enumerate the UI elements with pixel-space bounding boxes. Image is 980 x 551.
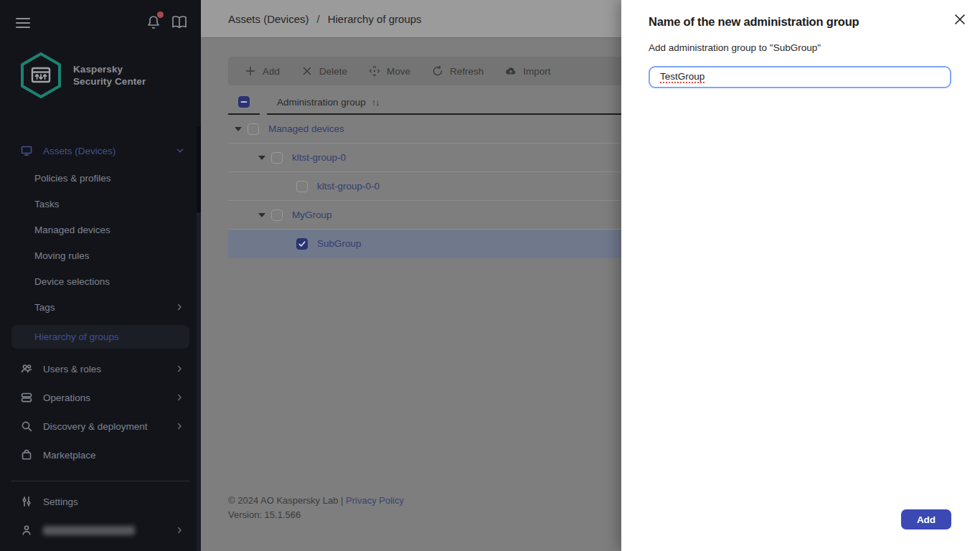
sidebar-item-label: Managed devices (34, 225, 110, 235)
breadcrumb-separator: / (317, 13, 320, 25)
group-link[interactable]: SubGroup (317, 238, 362, 249)
sidebar-item-hierarchy-of-groups[interactable]: Hierarchy of groups (11, 325, 189, 349)
chevron-right-icon (175, 392, 185, 402)
privacy-policy-link[interactable]: Privacy Policy (346, 495, 404, 506)
expand-caret-icon[interactable] (235, 127, 242, 131)
sidebar-item-label: Moving rules (34, 250, 90, 261)
stack-icon (20, 391, 33, 404)
delete-button[interactable]: Delete (291, 57, 358, 85)
bag-icon (20, 448, 33, 461)
footer-separator: | (341, 495, 343, 506)
notifications-bell-icon[interactable] (145, 14, 162, 31)
plus-icon (245, 65, 256, 77)
sidebar-item-policies-profiles[interactable]: Policies & profiles (0, 165, 201, 191)
group-link[interactable]: Managed devices (268, 123, 344, 134)
logo-line2: Security Center (73, 75, 146, 88)
close-icon[interactable] (952, 11, 968, 27)
kaspersky-hexagon-icon (19, 52, 63, 99)
sidebar-item-discovery-deployment[interactable]: Discovery & deployment (0, 412, 201, 441)
x-icon (301, 65, 313, 77)
sidebar-item-managed-devices[interactable]: Managed devices (0, 217, 201, 242)
monitor-icon (20, 144, 33, 157)
sidebar-item-marketplace[interactable]: Marketplace (0, 441, 201, 469)
cloud-upload-icon (505, 65, 517, 77)
sidebar: Kaspersky Security Center Assets (Device… (0, 0, 201, 551)
sidebar-item-user-account[interactable] (0, 516, 201, 545)
users-icon (20, 362, 33, 375)
copyright-text: © 2024 AO Kaspersky Lab (228, 495, 338, 506)
chevron-right-icon (175, 421, 185, 431)
add-button[interactable]: Add (901, 509, 951, 529)
sidebar-item-label: Settings (43, 496, 78, 507)
sidebar-top-icons (145, 14, 188, 31)
toolbar-button-label: Add (263, 66, 280, 77)
row-checkbox[interactable] (271, 209, 283, 221)
sidebar-scrollbar-thumb[interactable] (197, 212, 201, 551)
row-checkbox[interactable] (296, 181, 308, 192)
kaspersky-logo: Kaspersky Security Center (19, 52, 146, 99)
sidebar-footer-menu: Settings (0, 487, 201, 545)
chevron-right-icon (175, 302, 185, 312)
row-checkbox[interactable] (271, 152, 283, 164)
hamburger-menu-icon[interactable] (14, 14, 32, 32)
notification-badge (157, 11, 164, 18)
drawer-subtitle: Add administration group to "SubGroup" (649, 42, 821, 53)
version-text: Version: 15.1.566 (228, 508, 404, 522)
move-icon (369, 65, 380, 77)
move-button[interactable]: Move (358, 57, 421, 85)
new-group-drawer: Name of the new administration group Add… (621, 0, 980, 551)
logo-line1: Kaspersky (73, 63, 146, 75)
refresh-button[interactable]: Refresh (421, 57, 494, 85)
documentation-book-icon[interactable] (171, 14, 188, 31)
chevron-down-icon (175, 146, 185, 156)
group-link[interactable]: kltst-group-0-0 (317, 181, 380, 192)
sidebar-item-label: Users & roles (43, 364, 101, 375)
sliders-icon (20, 495, 33, 508)
group-link[interactable]: kltst-group-0 (292, 152, 346, 163)
row-checkbox[interactable] (296, 238, 308, 250)
expand-caret-icon[interactable] (258, 213, 265, 217)
column-header-administration-group[interactable]: Administration group (277, 97, 366, 108)
sidebar-scrollbar-track[interactable] (197, 126, 201, 212)
sidebar-item-moving-rules[interactable]: Moving rules (0, 242, 201, 268)
refresh-icon (432, 65, 443, 77)
sidebar-item-tags[interactable]: Tags (0, 294, 201, 320)
sidebar-item-label: Operations (43, 392, 90, 403)
sidebar-item-operations[interactable]: Operations (0, 383, 201, 412)
sidebar-item-tasks[interactable]: Tasks (0, 191, 201, 217)
sidebar-item-label: Device selections (34, 276, 110, 287)
select-all-checkbox[interactable] (238, 96, 250, 108)
sort-icon[interactable]: ↑↓ (372, 97, 380, 108)
sidebar-item-label: Discovery & deployment (43, 421, 148, 432)
user-name-redacted (43, 526, 135, 535)
toolbar-button-label: Refresh (450, 66, 484, 77)
sidebar-item-label: Marketplace (43, 450, 96, 461)
sidebar-item-label: Tags (34, 302, 55, 313)
sidebar-divider (11, 481, 189, 481)
sidebar-item-assets-devices[interactable]: Assets (Devices) (0, 136, 201, 165)
toolbar-button-label: Delete (319, 66, 347, 77)
page-footer: © 2024 AO Kaspersky Lab | Privacy Policy… (228, 494, 404, 522)
sidebar-item-label: Tasks (34, 199, 60, 209)
toolbar-button-label: Move (387, 66, 410, 77)
expand-caret-icon[interactable] (258, 156, 265, 160)
row-checkbox[interactable] (248, 123, 259, 135)
sidebar-item-label: Hierarchy of groups (34, 331, 119, 342)
toolbar-button-label: Import (523, 66, 550, 77)
add-button[interactable]: Add (234, 57, 291, 85)
group-name-value: TestGroup (660, 71, 705, 83)
search-icon (20, 420, 33, 433)
group-name-input[interactable]: TestGroup (649, 66, 951, 88)
import-button[interactable]: Import (494, 57, 561, 85)
breadcrumb-hierarchy-of-groups[interactable]: Hierarchy of groups (328, 13, 422, 25)
sidebar-item-device-selections[interactable]: Device selections (0, 268, 201, 294)
sidebar-item-users-roles[interactable]: Users & roles (0, 354, 201, 383)
sidebar-item-settings[interactable]: Settings (0, 487, 201, 516)
drawer-title: Name of the new administration group (649, 15, 859, 29)
sidebar-item-label: Policies & profiles (34, 173, 111, 184)
breadcrumb-assets-devices[interactable]: Assets (Devices) (228, 13, 309, 25)
person-icon (20, 524, 33, 537)
chevron-right-icon (175, 525, 185, 535)
sidebar-menu: Assets (Devices)Policies & profilesTasks… (0, 136, 201, 469)
group-link[interactable]: MyGroup (292, 209, 332, 220)
